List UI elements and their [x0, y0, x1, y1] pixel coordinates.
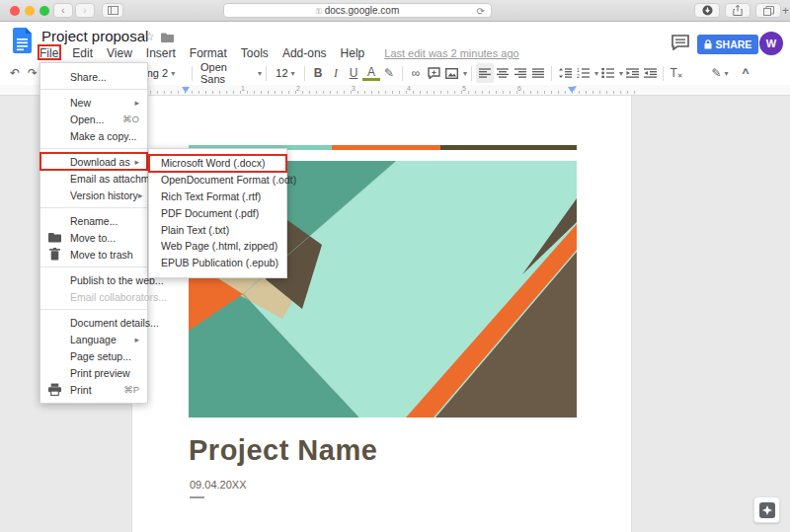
- downloads-button[interactable]: [694, 3, 720, 18]
- avatar[interactable]: W: [759, 32, 783, 55]
- submenu-item-pdf[interactable]: PDF Document (.pdf): [149, 204, 286, 221]
- chevron-down-icon[interactable]: ▾: [463, 69, 467, 78]
- menu-item-move-to[interactable]: Move to...: [40, 229, 147, 246]
- bold-button[interactable]: B: [309, 63, 327, 83]
- right-indent-marker[interactable]: [568, 87, 576, 93]
- insert-link-button[interactable]: ∞: [407, 63, 425, 83]
- menu-item-email-as-attachment[interactable]: Email as attachment...: [40, 170, 147, 187]
- menu-view[interactable]: View: [107, 46, 132, 60]
- strip-orange-segment: [332, 145, 440, 150]
- numbered-list-icon: 12: [577, 68, 590, 78]
- submenu-item-odt[interactable]: OpenDocument Format (.odt): [149, 172, 286, 189]
- share-button[interactable]: SHARE: [697, 35, 758, 54]
- submenu-item-rtf[interactable]: Rich Text Format (.rtf): [149, 189, 286, 205]
- font-dropdown[interactable]: Open Sans▾: [197, 63, 262, 83]
- bulleted-list-button[interactable]: [598, 63, 616, 83]
- star-icon[interactable]: ☆: [144, 30, 155, 43]
- share-page-button[interactable]: [725, 3, 750, 18]
- project-date[interactable]: 09.04.20XX: [190, 479, 247, 491]
- menu-item-rename[interactable]: Rename...: [40, 212, 147, 229]
- menu-edit[interactable]: Edit: [72, 46, 93, 60]
- bulleted-list-icon: [601, 68, 614, 78]
- project-title[interactable]: Project Name: [189, 434, 377, 467]
- highlight-color-button[interactable]: ✎: [380, 63, 398, 83]
- increase-indent-button[interactable]: [641, 63, 659, 83]
- submenu-item-epub[interactable]: EPUB Publication (.epub): [149, 255, 286, 271]
- share-lock-icon: [704, 39, 712, 49]
- menu-item-publish-to-web[interactable]: Publish to the web...: [40, 271, 147, 288]
- justify-button[interactable]: [529, 63, 547, 83]
- menu-item-version-history[interactable]: Version history▸: [40, 187, 147, 203]
- move-folder-icon[interactable]: [161, 33, 174, 42]
- underline-button[interactable]: U: [345, 63, 362, 83]
- menu-item-language[interactable]: Language▸: [40, 331, 147, 347]
- address-bar[interactable]: ⚿ docs.google.com ⟳: [223, 3, 492, 18]
- menu-format[interactable]: Format: [190, 46, 227, 60]
- menu-tools[interactable]: Tools: [241, 46, 269, 60]
- menu-item-page-setup[interactable]: Page setup...: [40, 347, 147, 364]
- menu-item-new[interactable]: New▸: [40, 94, 147, 111]
- highlighter-icon: ✎: [384, 66, 394, 80]
- submenu-item-html[interactable]: Web Page (.html, zipped): [149, 238, 286, 255]
- menu-addons[interactable]: Add-ons: [282, 46, 327, 60]
- undo-icon[interactable]: ↶: [6, 63, 24, 83]
- menu-item-print-preview[interactable]: Print preview: [40, 364, 147, 381]
- divider: [471, 66, 472, 81]
- tab-overview-button[interactable]: [755, 3, 781, 18]
- justify-icon: [532, 68, 544, 78]
- comment-icon[interactable]: [672, 35, 689, 50]
- folder-icon: [48, 231, 61, 244]
- menu-insert[interactable]: Insert: [146, 46, 176, 60]
- numbered-list-button[interactable]: 12: [574, 63, 592, 83]
- image-icon: [445, 68, 458, 79]
- align-left-button[interactable]: [476, 63, 494, 83]
- italic-button[interactable]: I: [327, 63, 345, 83]
- decrease-indent-button[interactable]: [623, 63, 641, 83]
- explore-icon: [759, 502, 775, 518]
- submenu-item-txt[interactable]: Plain Text (.txt): [149, 221, 286, 238]
- menu-divider: [40, 309, 147, 310]
- align-right-button[interactable]: [512, 63, 529, 83]
- editing-mode-button[interactable]: ✎▾: [711, 63, 729, 83]
- menu-divider: [40, 266, 147, 267]
- ruler-number: 1: [241, 85, 245, 92]
- google-docs-icon[interactable]: [13, 28, 32, 53]
- align-center-button[interactable]: [494, 63, 512, 83]
- forward-icon: ›: [83, 5, 86, 16]
- menu-item-print[interactable]: Print⌘P: [40, 381, 147, 398]
- line-spacing-icon: [559, 68, 572, 78]
- menu-divider: [40, 148, 147, 149]
- text-color-button[interactable]: A: [362, 66, 380, 81]
- submenu-arrow-icon: ▸: [134, 157, 139, 167]
- menu-item-document-details[interactable]: Document details...: [40, 314, 147, 331]
- line-spacing-button[interactable]: [556, 63, 574, 83]
- browser-forward-button[interactable]: ›: [75, 3, 95, 18]
- last-edit-link[interactable]: Last edit was 2 minutes ago: [384, 47, 518, 59]
- left-indent-marker[interactable]: [182, 87, 190, 93]
- minimize-window-button[interactable]: [25, 6, 35, 16]
- ruler-number: 2: [296, 85, 300, 92]
- clear-formatting-button[interactable]: T ✕: [668, 63, 685, 83]
- submenu-arrow-icon: ▸: [134, 335, 139, 344]
- new-tab-button[interactable]: +: [782, 4, 789, 18]
- menu-item-download-as[interactable]: Download as▸: [40, 153, 147, 170]
- collapse-toolbar-button[interactable]: ^: [737, 63, 754, 83]
- sidebar-toggle-button[interactable]: [102, 3, 123, 18]
- reload-icon[interactable]: ⟳: [477, 5, 485, 18]
- maximize-window-button[interactable]: [40, 6, 49, 16]
- close-window-button[interactable]: [10, 6, 20, 16]
- browser-back-button[interactable]: ‹: [53, 3, 73, 18]
- menu-item-open[interactable]: Open...⌘O: [40, 111, 147, 127]
- menu-item-make-a-copy[interactable]: Make a copy...: [40, 127, 147, 144]
- explore-button[interactable]: [753, 496, 780, 523]
- add-comment-button[interactable]: [425, 63, 442, 83]
- menu-item-move-to-trash[interactable]: Move to trash: [40, 246, 147, 263]
- menu-help[interactable]: Help: [341, 46, 365, 60]
- insert-image-button[interactable]: [442, 63, 460, 83]
- submenu-item-docx[interactable]: Microsoft Word (.docx): [149, 155, 286, 172]
- plus-icon: +: [782, 4, 789, 18]
- menu-item-share[interactable]: Share...: [40, 68, 147, 85]
- font-size-dropdown[interactable]: 12▾: [271, 63, 300, 83]
- document-title[interactable]: Project proposal: [41, 28, 148, 44]
- chevron-down-icon: ▾: [725, 69, 729, 78]
